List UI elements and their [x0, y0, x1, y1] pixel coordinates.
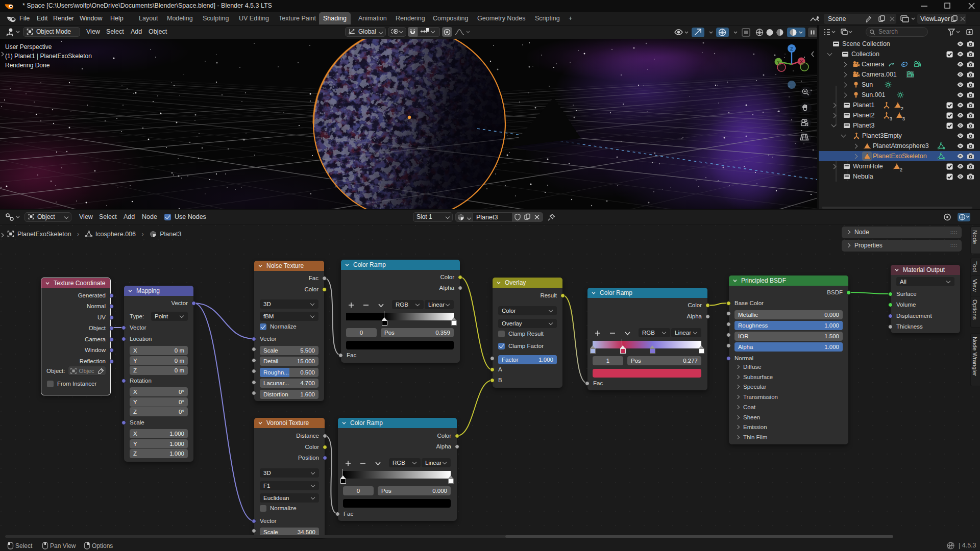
svg-text:Z: Z	[790, 46, 793, 52]
